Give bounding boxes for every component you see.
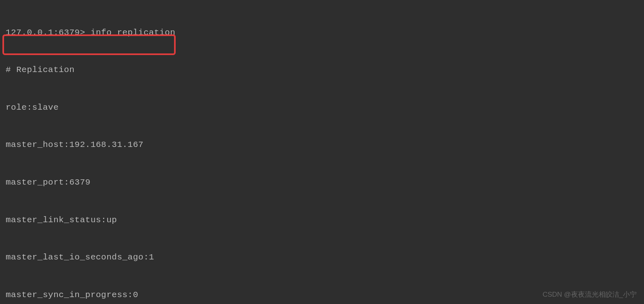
terminal-output[interactable]: 127.0.0.1:6379> info replication # Repli… [0,0,644,304]
prompt-line-1: 127.0.0.1:6379> info replication [6,27,638,39]
output-line: master_port:6379 [6,176,638,189]
output-line: master_last_io_seconds_ago:1 [6,251,638,264]
output-line: role:slave [6,102,638,114]
output-line: master_link_status:up [6,214,638,227]
watermark-text: CSDN @夜夜流光相皎洁_小宁 [542,290,637,300]
output-line-master-host: master_host:192.168.31.167 [6,139,638,151]
output-line: # Replication [6,64,638,77]
